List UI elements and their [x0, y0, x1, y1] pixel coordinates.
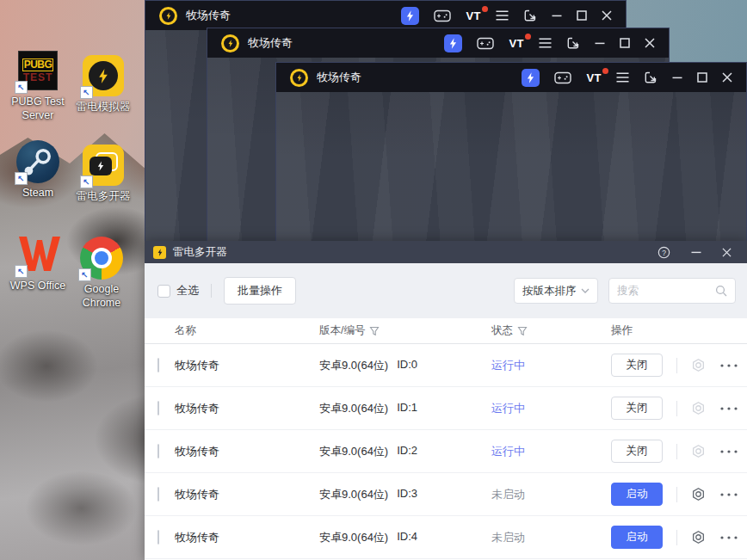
- settings-gear-icon[interactable]: [691, 401, 706, 415]
- shortcut-arrow-icon: ↖: [15, 81, 28, 94]
- row-checkbox[interactable]: [157, 530, 159, 545]
- ldplayer-logo-icon: [221, 34, 239, 52]
- sort-dropdown[interactable]: 按版本排序: [514, 278, 598, 304]
- gamepad-icon[interactable]: [434, 9, 451, 22]
- close-icon[interactable]: [602, 10, 612, 21]
- emulator-titlebar[interactable]: 牧场传奇 VT: [145, 1, 626, 30]
- instance-id: ID:2: [397, 444, 417, 459]
- search-icon: [715, 285, 727, 297]
- header-version: 版本/编号: [319, 323, 365, 338]
- instance-row[interactable]: 牧场传奇 安卓9.0(64位) ID:3 未启动 启动: [145, 473, 747, 516]
- close-icon[interactable]: [645, 38, 655, 48]
- more-options-icon[interactable]: [720, 364, 738, 367]
- boost-icon[interactable]: [401, 7, 419, 25]
- menu-icon[interactable]: [496, 10, 509, 21]
- menu-icon[interactable]: [616, 72, 629, 83]
- filter-icon[interactable]: [369, 326, 380, 336]
- ldplayer-logo-icon: [159, 7, 177, 25]
- desktop-icon-steam[interactable]: ↖ Steam: [3, 141, 72, 200]
- row-checkbox[interactable]: [157, 487, 159, 502]
- search-input[interactable]: [617, 285, 715, 297]
- instance-row[interactable]: 牧场传奇 安卓9.0(64位) ID:2 运行中 关闭: [145, 430, 747, 473]
- manager-app-icon: [153, 246, 166, 259]
- instance-action-button[interactable]: 关闭: [611, 397, 663, 420]
- launch-multiplayer-icon[interactable]: [566, 36, 580, 50]
- gamepad-icon[interactable]: [477, 37, 494, 50]
- instance-action-button[interactable]: 启动: [611, 483, 663, 506]
- settings-gear-icon[interactable]: [691, 358, 706, 372]
- instance-version: 安卓9.0(64位): [319, 530, 388, 545]
- more-options-icon[interactable]: [720, 536, 738, 539]
- emulator-titlebar[interactable]: 牧场传奇 VT: [276, 63, 746, 92]
- settings-gear-icon[interactable]: [691, 530, 706, 545]
- vt-virtualization-indicator[interactable]: VT: [466, 9, 481, 22]
- desktop-icon-google-chrome[interactable]: ↖ Google Chrome: [67, 237, 136, 310]
- filter-icon[interactable]: [517, 326, 528, 336]
- more-options-icon[interactable]: [720, 407, 738, 410]
- emulator-window-3: 牧场传奇 VT: [275, 62, 747, 242]
- manager-window-title: 雷电多开器: [173, 245, 227, 260]
- instance-row[interactable]: 牧场传奇 安卓9.0(64位) ID:1 运行中 关闭: [145, 387, 747, 430]
- instance-action-button[interactable]: 关闭: [611, 354, 663, 377]
- minimize-icon[interactable]: [595, 38, 605, 48]
- icon-label: Google Chrome: [67, 283, 136, 310]
- emulator-titlebar[interactable]: 牧场传奇 VT: [207, 28, 669, 58]
- batch-operation-button[interactable]: 批量操作: [224, 277, 296, 305]
- icon-label: WPS Office: [10, 280, 65, 293]
- row-checkbox[interactable]: [157, 358, 159, 372]
- boost-icon[interactable]: [522, 69, 540, 87]
- header-action: 操作: [611, 323, 747, 338]
- more-options-icon[interactable]: [720, 493, 738, 496]
- icon-label: 雷电模拟器: [77, 101, 131, 114]
- header-name: 名称: [175, 323, 319, 338]
- row-checkbox[interactable]: [157, 444, 159, 458]
- ldplayer-icon: ↖: [83, 55, 124, 96]
- maximize-icon[interactable]: [620, 38, 630, 48]
- minimize-icon[interactable]: [691, 247, 701, 257]
- desktop-icon-ldplayer[interactable]: ↖ 雷电模拟器: [69, 55, 138, 114]
- select-all-checkbox[interactable]: [157, 285, 170, 298]
- emulator-window-title: 牧场传奇: [317, 70, 361, 85]
- search-box[interactable]: [608, 278, 736, 304]
- settings-gear-icon[interactable]: [691, 444, 706, 458]
- minimize-icon[interactable]: [672, 72, 682, 83]
- instance-row[interactable]: 牧场传奇 安卓9.0(64位) ID:0 运行中 关闭: [145, 344, 747, 387]
- boost-icon[interactable]: [444, 34, 462, 52]
- action-divider: [676, 444, 677, 459]
- vt-virtualization-indicator[interactable]: VT: [509, 37, 524, 50]
- minimize-icon[interactable]: [552, 10, 562, 21]
- ld-multiplayer-icon: ↖: [83, 145, 124, 186]
- instance-table-body: 牧场传奇 安卓9.0(64位) ID:0 运行中 关闭 牧场传奇 安卓9.0(6…: [145, 344, 747, 559]
- desktop-icon-wps-office[interactable]: ↖ WPS Office: [3, 234, 72, 293]
- manager-toolbar: 全选 批量操作 按版本排序: [145, 263, 747, 318]
- maximize-icon[interactable]: [577, 10, 587, 21]
- instance-action-button[interactable]: 启动: [611, 526, 663, 549]
- maximize-icon[interactable]: [697, 72, 707, 83]
- vt-virtualization-indicator[interactable]: VT: [586, 71, 602, 84]
- gamepad-icon[interactable]: [554, 71, 571, 84]
- instance-version: 安卓9.0(64位): [319, 487, 388, 502]
- row-checkbox[interactable]: [157, 401, 159, 415]
- pubg-icon: PUBGTEST ↖: [17, 50, 59, 91]
- icon-label: Steam: [22, 187, 53, 200]
- desktop-icon-ld-multiplayer[interactable]: ↖ 雷电多开器: [69, 145, 138, 204]
- menu-icon[interactable]: [539, 38, 552, 48]
- manager-titlebar[interactable]: 雷电多开器 ?: [145, 241, 747, 263]
- launch-multiplayer-icon[interactable]: [523, 9, 537, 22]
- steam-icon: ↖: [17, 141, 59, 182]
- help-icon[interactable]: ?: [657, 246, 670, 259]
- close-icon[interactable]: [722, 72, 732, 83]
- wps-icon: ↖: [17, 234, 59, 275]
- emulator-screen[interactable]: [276, 92, 746, 241]
- launch-multiplayer-icon[interactable]: [644, 71, 657, 84]
- desktop-icon-pubg-test-server[interactable]: PUBGTEST ↖ PUBG Test Server: [3, 50, 72, 122]
- settings-gear-icon[interactable]: [691, 487, 706, 502]
- toolbar-divider: [211, 284, 212, 298]
- action-divider: [676, 530, 677, 545]
- instance-action-button[interactable]: 关闭: [611, 440, 663, 463]
- more-options-icon[interactable]: [720, 450, 738, 453]
- close-icon[interactable]: [722, 248, 732, 257]
- instance-row[interactable]: 牧场传奇 安卓9.0(64位) ID:4 未启动 启动: [145, 516, 747, 559]
- select-all-label: 全选: [176, 283, 199, 298]
- instance-status: 未启动: [491, 487, 611, 502]
